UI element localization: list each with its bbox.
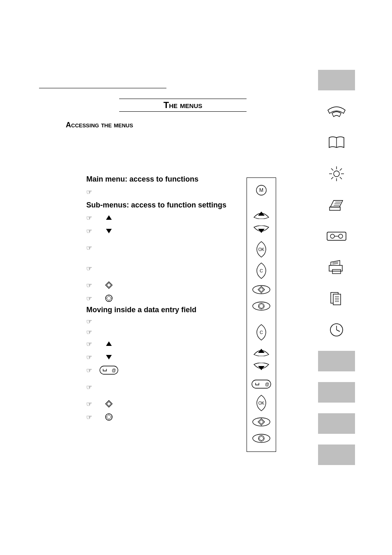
svg-text:@: @	[265, 382, 269, 387]
main-menu-heading: Main menu: access to functions	[86, 175, 242, 184]
svg-text:C: C	[260, 330, 263, 335]
pointer-icon: ☞	[86, 227, 99, 235]
svg-marker-5	[106, 296, 111, 301]
svg-line-46	[340, 168, 342, 170]
stop-diamond-icon	[99, 413, 119, 421]
svg-marker-1	[106, 229, 112, 233]
print-tab	[318, 257, 355, 278]
svg-marker-0	[106, 215, 112, 220]
clock-tab	[318, 320, 355, 340]
pointer-icon: ☞	[86, 413, 99, 421]
svg-line-68	[337, 330, 340, 332]
pointer-icon: ☞	[86, 340, 99, 348]
svg-line-45	[340, 177, 342, 179]
svg-marker-13	[106, 415, 111, 419]
top-rule	[39, 88, 166, 88]
stop-key-icon	[252, 430, 271, 447]
sub-menus-heading: Sub-menus: access to function settings	[86, 201, 242, 210]
svg-line-58	[332, 262, 338, 263]
pointer-icon: ☞	[86, 281, 99, 289]
up-key-icon	[252, 343, 270, 359]
pointer-icon: ☞	[86, 188, 99, 196]
svg-point-20	[253, 286, 270, 294]
svg-point-39	[334, 171, 339, 177]
book-icon	[327, 135, 346, 150]
svg-rect-57	[332, 269, 341, 274]
svg-text:OK: OK	[258, 401, 265, 405]
pointer-icon: ☞	[86, 244, 99, 252]
stop-diamond-icon	[99, 295, 119, 302]
menu-key-icon: M	[255, 182, 267, 198]
start-key-icon	[252, 414, 271, 430]
section-title: The menus	[119, 99, 247, 111]
blank-tab	[318, 351, 355, 371]
down-key-icon	[252, 359, 270, 376]
book-tab	[318, 132, 355, 153]
document-list-icon	[328, 291, 345, 306]
phone-icon	[325, 104, 348, 118]
paper-tab	[318, 195, 355, 215]
blank-tab	[318, 70, 355, 90]
pointer-icon: ☞	[86, 265, 99, 272]
section-tab-sidebar	[318, 70, 355, 465]
list-tab	[318, 288, 355, 309]
c-key-icon: C	[255, 322, 267, 343]
svg-rect-48	[330, 207, 340, 210]
sun-icon	[328, 166, 345, 182]
svg-line-44	[331, 168, 333, 170]
svg-marker-7	[106, 355, 112, 359]
stop-key-icon	[252, 298, 271, 314]
space-at-key-icon: @	[99, 366, 119, 375]
pointer-icon: ☞	[86, 400, 99, 408]
start-diamond-icon	[99, 400, 119, 408]
space-at-key-icon: @	[251, 376, 271, 392]
content-column: Main menu: access to functions ☞ Sub-men…	[86, 175, 242, 424]
up-arrow-icon	[99, 215, 119, 220]
title-rule-bottom	[119, 111, 247, 112]
svg-rect-56	[329, 265, 342, 271]
svg-text:OK: OK	[258, 247, 265, 252]
pointer-icon: ☞	[86, 318, 99, 325]
pointer-icon: ☞	[86, 214, 99, 222]
svg-marker-25	[259, 304, 264, 309]
blank-tab	[318, 382, 355, 403]
svg-marker-37	[259, 436, 264, 441]
clock-icon	[329, 322, 344, 337]
start-diamond-icon	[99, 281, 119, 289]
pointer-icon: ☞	[86, 295, 99, 302]
svg-text:C: C	[260, 268, 263, 273]
tape-tab	[318, 226, 355, 246]
c-key-icon: C	[255, 260, 267, 281]
svg-marker-34	[259, 420, 263, 424]
svg-line-47	[331, 177, 333, 179]
brightness-tab	[318, 164, 355, 184]
pointer-icon: ☞	[86, 353, 99, 361]
key-reference-column: M OK C C @ OK	[247, 177, 276, 452]
cassette-icon	[326, 230, 347, 242]
svg-point-54	[339, 234, 343, 238]
subheading: Accessing the menus	[66, 121, 133, 129]
pointer-icon: ☞	[86, 383, 99, 391]
down-arrow-icon	[99, 228, 119, 233]
svg-text:M: M	[259, 187, 263, 193]
up-key-icon	[252, 206, 270, 222]
svg-point-36	[258, 435, 264, 441]
svg-line-59	[332, 263, 338, 264]
phone-tab	[318, 101, 355, 122]
section-title-wrap: The menus	[119, 99, 247, 112]
svg-text:@: @	[112, 368, 116, 373]
svg-point-53	[330, 234, 334, 238]
start-key-icon	[252, 281, 271, 298]
svg-point-24	[258, 303, 264, 309]
svg-rect-61	[333, 294, 341, 305]
paper-tray-icon	[327, 198, 346, 212]
down-arrow-icon	[99, 355, 119, 359]
ok-key-icon: OK	[255, 392, 267, 414]
pointer-icon: ☞	[86, 328, 99, 336]
printer-icon	[327, 260, 346, 275]
blank-tab	[318, 413, 355, 434]
svg-marker-6	[106, 341, 112, 346]
blank-tab	[318, 444, 355, 465]
svg-point-32	[253, 418, 270, 426]
pointer-icon: ☞	[86, 366, 99, 374]
